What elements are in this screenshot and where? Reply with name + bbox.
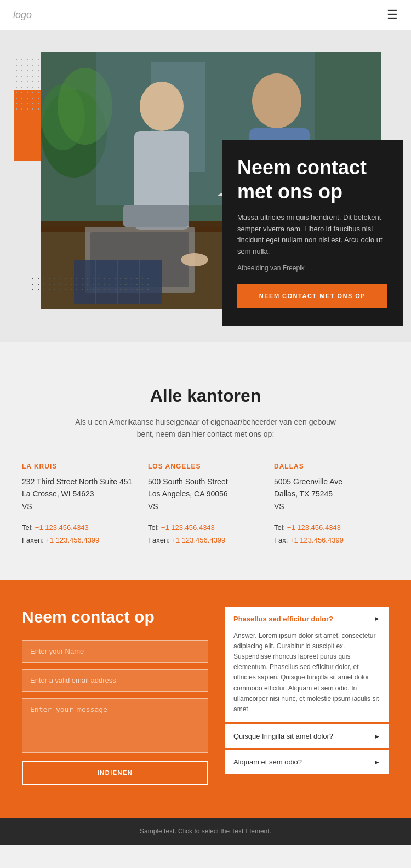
office-card-dallas: DALLAS 5005 Greenville AveDallas, TX 752… (274, 462, 389, 547)
hero-inner: Neem contact met ons op Massa ultricies … (19, 52, 392, 309)
message-textarea[interactable] (22, 698, 208, 753)
faq-arrow-2: ► (374, 733, 380, 740)
faq-question-text-1: Phasellus sed efficitur dolor? (233, 615, 333, 623)
offices-title: Alle kantoren (22, 386, 389, 406)
office-contact-los-angeles: Tel: +1 123.456.4343 Faxen: +1 123.456.4… (148, 521, 263, 547)
svg-point-9 (140, 82, 184, 131)
dot-grid-bottom-left (30, 276, 151, 293)
faq-item-2: Quisque fringilla sit amet dolor? ► (225, 724, 389, 748)
office-city-los-angeles: LOS ANGELES (148, 462, 263, 470)
office-city-dallas: DALLAS (274, 462, 389, 470)
faq-arrow-3: ► (374, 758, 380, 766)
hero-description: Massa ultricies mi quis hendrerit. Dit b… (237, 212, 387, 258)
offices-grid: LA KRUIS 232 Third Street North Suite 45… (22, 462, 389, 547)
office-contact-la-kruis: Tel: +1 123.456.4343 Faxen: +1 123.456.4… (22, 521, 137, 547)
hero-title: Neem contact met ons op (237, 156, 387, 203)
office-address-la-kruis: 232 Third Street North Suite 451La Cross… (22, 476, 137, 512)
office-contact-dallas: Tel: +1 123.456.4343 Fax: +1 123.456.439… (274, 521, 389, 547)
faq-question-2[interactable]: Quisque fringilla sit amet dolor? ► (225, 724, 389, 748)
svg-rect-11 (123, 205, 189, 227)
office-card-los-angeles: LOS ANGELES 500 South South StreetLos An… (148, 462, 263, 547)
office-city-la-kruis: LA KRUIS (22, 462, 137, 470)
faq-question-3[interactable]: Aliquam et sem odio? ► (225, 750, 389, 774)
hero-credit: Afbeelding van Freepik (237, 264, 387, 272)
hero-section: Neem contact met ons op Massa ultricies … (0, 30, 411, 342)
faq-question-text-2: Quisque fringilla sit amet dolor? (233, 732, 333, 740)
office-card-la-kruis: LA KRUIS 232 Third Street North Suite 45… (22, 462, 137, 547)
faq-question-text-3: Aliquam et sem odio? (233, 758, 302, 766)
navbar: logo ☰ (0, 0, 411, 30)
office-address-los-angeles: 500 South South StreetLos Angeles, CA 90… (148, 476, 263, 512)
footer: Sample text. Click to select the Text El… (0, 818, 411, 845)
menu-icon[interactable]: ☰ (387, 8, 398, 22)
footer-text[interactable]: Sample text. Click to select the Text El… (10, 827, 401, 835)
faq-answer-1: Answer. Lorem ipsum dolor sit amet, cons… (225, 631, 389, 723)
faq-item-1: Phasellus sed efficitur dolor? ► Answer.… (225, 607, 389, 723)
email-input[interactable] (22, 669, 208, 692)
office-address-dallas: 5005 Greenville AveDallas, TX 75245VS (274, 476, 389, 512)
svg-point-12 (252, 73, 301, 128)
faq-item-3: Aliquam et sem odio? ► (225, 750, 389, 774)
offices-description: Als u een Amerikaanse huiseigenaar of ei… (68, 416, 342, 441)
logo: logo (13, 9, 32, 21)
hero-cta-button[interactable]: NEEM CONTACT MET ONS OP (237, 284, 387, 308)
offices-section: Alle kantoren Als u een Amerikaanse huis… (0, 342, 411, 580)
submit-button[interactable]: INDIENEN (22, 761, 208, 785)
faq-column: Phasellus sed efficitur dolor? ► Answer.… (225, 607, 389, 776)
contact-section: Neem contact op INDIENEN Phasellus sed e… (0, 580, 411, 818)
contact-title: Neem contact op (22, 607, 208, 627)
name-input[interactable] (22, 640, 208, 663)
svg-point-25 (181, 253, 208, 266)
faq-question-1[interactable]: Phasellus sed efficitur dolor? ► (225, 607, 389, 631)
contact-form-column: Neem contact op INDIENEN (22, 607, 208, 785)
faq-arrow-1: ► (374, 615, 380, 623)
hero-text-box: Neem contact met ons op Massa ultricies … (222, 140, 403, 326)
